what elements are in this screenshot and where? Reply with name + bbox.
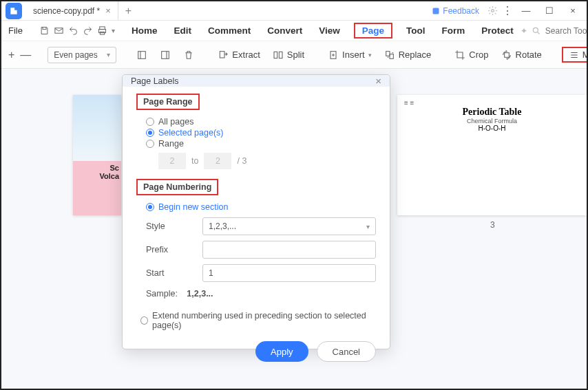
menu-page[interactable]: Page <box>354 23 392 39</box>
box2-icon[interactable] <box>156 47 174 63</box>
svg-rect-0 <box>433 8 439 14</box>
start-input[interactable] <box>202 264 376 282</box>
menu-form[interactable]: Form <box>439 23 468 39</box>
cancel-button[interactable]: Cancel <box>317 341 376 362</box>
thumb1-line1: Sc <box>75 164 119 172</box>
feedback-link[interactable]: Feedback <box>432 6 479 16</box>
search-input[interactable] <box>545 26 588 36</box>
delete-icon[interactable] <box>180 47 198 63</box>
svg-rect-2 <box>43 28 46 30</box>
save-icon[interactable] <box>39 23 50 39</box>
radio-range[interactable]: Range <box>146 139 376 149</box>
start-label: Start <box>146 268 194 278</box>
close-window-button[interactable]: × <box>562 3 584 19</box>
svg-point-1 <box>491 10 494 12</box>
range-to-input[interactable] <box>204 153 231 169</box>
radio-extend-numbering[interactable]: Extend numbering used in preceding secti… <box>140 311 376 330</box>
page-range-header: Page Range <box>136 94 200 110</box>
svg-rect-11 <box>220 51 225 57</box>
mail-icon[interactable] <box>54 23 64 39</box>
periodic-title: Periodic Table <box>404 107 580 118</box>
sample-value: 1,2,3... <box>187 289 213 299</box>
range-from-input[interactable] <box>158 153 186 169</box>
redo-icon[interactable] <box>83 23 93 39</box>
dialog-title: Page Labels <box>131 76 179 86</box>
prefix-input[interactable] <box>202 241 376 259</box>
apply-button[interactable]: Apply <box>255 341 308 362</box>
insert-button[interactable]: Insert▾ <box>324 47 375 63</box>
file-menu[interactable]: File <box>8 25 23 36</box>
prefix-label: Prefix <box>146 245 194 254</box>
menu-convert[interactable]: Convert <box>264 23 305 39</box>
radio-begin-section[interactable]: Begin new section <box>146 202 376 212</box>
menu-protect[interactable]: Protect <box>479 23 516 39</box>
split-button[interactable]: Split <box>269 47 308 63</box>
periodic-sub: Chemical Formula <box>404 118 580 124</box>
main-menu: Home Edit Comment Convert View Page Tool… <box>129 23 516 39</box>
svg-rect-9 <box>138 51 146 58</box>
minimize-button[interactable]: — <box>515 3 537 19</box>
rotate-button[interactable]: Rotate <box>498 47 545 63</box>
thumb1-line2: Volca <box>75 172 119 180</box>
page-thumb-3[interactable]: ≡ ≡ Periodic Table Chemical Formula H-O-… <box>397 95 587 215</box>
zoom-out-icon[interactable]: — <box>20 47 31 63</box>
svg-rect-4 <box>100 27 105 30</box>
svg-rect-13 <box>279 52 282 58</box>
page-thumb-1[interactable]: Sc Volca <box>73 95 121 215</box>
print-icon[interactable] <box>97 23 107 39</box>
more-button[interactable]: More▾ <box>562 47 588 63</box>
close-tab-icon[interactable]: × <box>105 6 111 16</box>
menu-comment[interactable]: Comment <box>205 23 253 39</box>
menu-view[interactable]: View <box>316 23 343 39</box>
settings-icon[interactable] <box>485 3 500 19</box>
svg-rect-10 <box>162 51 169 58</box>
svg-rect-6 <box>100 32 104 34</box>
svg-rect-12 <box>274 52 277 58</box>
periodic-formula: H-O-O-H <box>404 124 580 132</box>
undo-icon[interactable] <box>68 23 78 39</box>
kebab-icon[interactable]: ⋮ <box>500 3 515 19</box>
list-icon <box>569 50 580 60</box>
ai-icon[interactable]: ✦ <box>521 26 527 36</box>
titlebar: science-copy.pdf * × + Feedback ⋮ — ☐ × <box>1 1 587 21</box>
style-select[interactable]: 1,2,3,...▾ <box>202 217 376 235</box>
app-logo <box>6 3 22 19</box>
menu-tool[interactable]: Tool <box>403 23 428 39</box>
page-number-3: 3 <box>490 220 495 230</box>
sample-label: Sample: <box>146 289 178 299</box>
extract-button[interactable]: Extract <box>214 47 263 63</box>
page-canvas: Sc Volca ≡ ≡ Periodic Table Chemical For… <box>1 69 587 389</box>
crop-button[interactable]: Crop <box>451 47 492 63</box>
page-labels-dialog: Page Labels × Page Range All pages Selec… <box>122 74 390 349</box>
svg-rect-16 <box>390 54 393 58</box>
menu-home[interactable]: Home <box>129 23 160 39</box>
svg-rect-3 <box>55 28 63 34</box>
add-tab-button[interactable]: + <box>125 5 132 17</box>
replace-button[interactable]: Replace <box>381 47 435 63</box>
search-icon <box>532 26 541 36</box>
svg-point-7 <box>533 28 538 32</box>
page-numbering-header: Page Numbering <box>136 179 218 195</box>
document-tab[interactable]: science-copy.pdf * × <box>26 1 118 20</box>
radio-selected-pages[interactable]: Selected page(s) <box>146 128 376 138</box>
menu-edit[interactable]: Edit <box>171 23 194 39</box>
radio-all-pages[interactable]: All pages <box>146 117 376 127</box>
feedback-icon <box>432 7 440 15</box>
svg-rect-17 <box>504 52 509 57</box>
box1-icon[interactable] <box>133 47 151 63</box>
tab-title: science-copy.pdf * <box>33 6 100 16</box>
style-label: Style <box>146 221 194 231</box>
maximize-button[interactable]: ☐ <box>538 3 560 19</box>
svg-rect-15 <box>386 51 389 56</box>
menubar: File ▾ Home Edit Comment Convert View Pa… <box>1 21 587 41</box>
dialog-close-icon[interactable]: × <box>375 75 381 87</box>
page-toolbar: + — Even pages▾ Extract Split Insert▾ Re… <box>1 41 587 69</box>
filter-dropdown[interactable]: Even pages▾ <box>48 47 116 63</box>
zoom-in-icon[interactable]: + <box>8 47 14 63</box>
